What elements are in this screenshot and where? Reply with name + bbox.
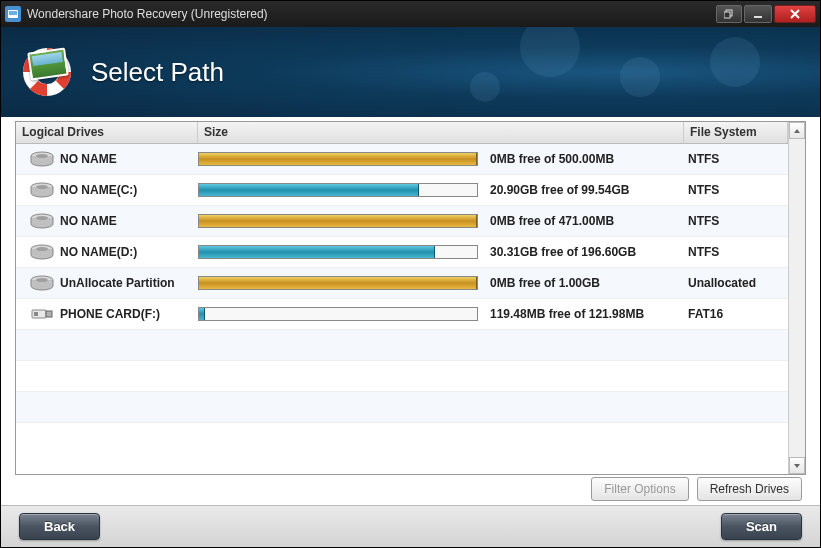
drive-name: NO NAME	[60, 152, 117, 166]
filesystem-text: NTFS	[684, 245, 788, 259]
drive-name: NO NAME(C:)	[60, 183, 137, 197]
usage-bar	[198, 214, 478, 228]
free-space-text: 119.48MB free of 121.98MB	[490, 307, 644, 321]
usage-bar	[198, 183, 478, 197]
usage-bar	[198, 276, 478, 290]
table-row[interactable]: UnAllocate Partition0MB free of 1.00GBUn…	[16, 268, 788, 299]
filesystem-text: NTFS	[684, 183, 788, 197]
close-button[interactable]	[774, 5, 816, 23]
svg-rect-21	[34, 312, 38, 316]
usage-bar	[198, 307, 478, 321]
table-row[interactable]: NO NAME(C:)20.90GB free of 99.54GBNTFS	[16, 175, 788, 206]
drives-panel: Logical Drives Size File System NO NAME0…	[15, 121, 806, 475]
filter-options-button[interactable]: Filter Options	[591, 477, 688, 501]
free-space-text: 30.31GB free of 196.60GB	[490, 245, 636, 259]
hard-drive-icon	[30, 244, 54, 260]
hard-drive-icon	[30, 275, 54, 291]
col-header-size[interactable]: Size	[198, 122, 684, 143]
vertical-scrollbar[interactable]	[788, 122, 805, 474]
drive-name: PHONE CARD(F:)	[60, 307, 160, 321]
scan-button[interactable]: Scan	[721, 513, 802, 540]
free-space-text: 0MB free of 1.00GB	[490, 276, 600, 290]
scroll-up-button[interactable]	[789, 122, 805, 139]
usb-drive-icon	[30, 306, 54, 322]
filesystem-text: NTFS	[684, 214, 788, 228]
filesystem-text: FAT16	[684, 307, 788, 321]
table-row[interactable]: PHONE CARD(F:)119.48MB free of 121.98MBF…	[16, 299, 788, 330]
titlebar: Wondershare Photo Recovery (Unregistered…	[1, 1, 820, 27]
free-space-text: 0MB free of 500.00MB	[490, 152, 614, 166]
free-space-text: 20.90GB free of 99.54GB	[490, 183, 629, 197]
col-header-drives[interactable]: Logical Drives	[16, 122, 198, 143]
svg-point-14	[36, 216, 48, 220]
app-icon	[5, 6, 21, 22]
svg-point-16	[36, 247, 48, 251]
svg-rect-3	[724, 12, 730, 18]
svg-point-12	[36, 185, 48, 189]
restore-down-button[interactable]	[716, 5, 742, 23]
hard-drive-icon	[30, 151, 54, 167]
filesystem-text: NTFS	[684, 152, 788, 166]
drive-name: UnAllocate Partition	[60, 276, 175, 290]
usage-bar	[198, 152, 478, 166]
footer: Back Scan	[1, 505, 820, 547]
app-logo-icon	[21, 46, 73, 98]
table-row[interactable]: NO NAME(D:)30.31GB free of 196.60GBNTFS	[16, 237, 788, 268]
svg-rect-1	[9, 11, 17, 15]
drive-name: NO NAME	[60, 214, 117, 228]
usage-bar	[198, 245, 478, 259]
window-title: Wondershare Photo Recovery (Unregistered…	[27, 7, 716, 21]
back-button[interactable]: Back	[19, 513, 100, 540]
filesystem-text: Unallocated	[684, 276, 788, 290]
svg-point-18	[36, 278, 48, 282]
page-title: Select Path	[91, 57, 224, 88]
minimize-button[interactable]	[744, 5, 772, 23]
hard-drive-icon	[30, 213, 54, 229]
refresh-drives-button[interactable]: Refresh Drives	[697, 477, 802, 501]
scroll-down-button[interactable]	[789, 457, 805, 474]
svg-point-10	[36, 154, 48, 158]
svg-rect-20	[46, 311, 52, 317]
col-header-fs[interactable]: File System	[684, 122, 788, 143]
table-header: Logical Drives Size File System	[16, 122, 788, 144]
table-row[interactable]: NO NAME0MB free of 471.00MBNTFS	[16, 206, 788, 237]
header-banner: Select Path	[1, 27, 820, 117]
free-space-text: 0MB free of 471.00MB	[490, 214, 614, 228]
drive-name: NO NAME(D:)	[60, 245, 137, 259]
table-row[interactable]: NO NAME0MB free of 500.00MBNTFS	[16, 144, 788, 175]
hard-drive-icon	[30, 182, 54, 198]
